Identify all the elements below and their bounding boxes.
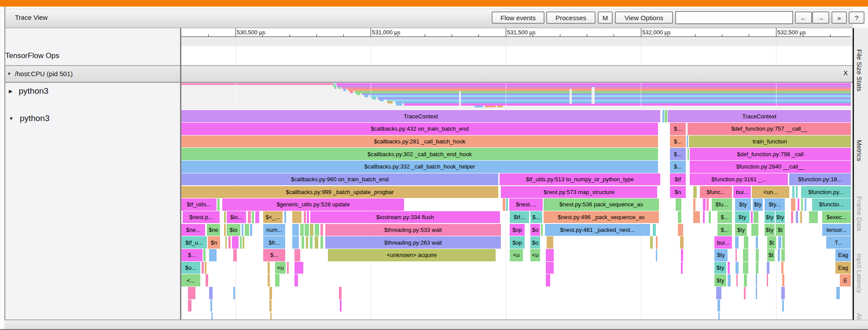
trace-event-sliver[interactable] (225, 236, 227, 249)
trace-event-sliver[interactable] (294, 274, 298, 286)
trace-event-sliver[interactable] (703, 198, 706, 211)
trace-event[interactable]: $op (510, 236, 525, 249)
trace-event[interactable]: $o (530, 224, 540, 236)
trace-event-sliver[interactable] (503, 198, 505, 211)
trace-event[interactable]: E (840, 274, 851, 286)
trace-event-sliver[interactable] (284, 211, 286, 224)
trace-event[interactable]: $def_function.py:798 _call (690, 148, 851, 160)
trace-event-sliver[interactable] (320, 236, 323, 249)
trace-event-sliver[interactable] (728, 262, 730, 274)
trace-event-sliver[interactable] (315, 236, 318, 249)
trace-event-sliver[interactable] (751, 211, 753, 224)
trace-event-sliver[interactable] (687, 136, 688, 148)
trace-event-sliver[interactable] (656, 161, 658, 173)
trace-event-sliver[interactable] (242, 224, 243, 236)
trace-event-sliver[interactable] (292, 236, 299, 249)
trace-event[interactable]: $tf (670, 173, 686, 186)
trace-event-sliver[interactable] (736, 249, 737, 261)
trace-event[interactable]: $nest.p... (183, 211, 220, 224)
trace-event-sliver[interactable] (292, 224, 299, 236)
trace-event-sliver[interactable] (656, 236, 658, 249)
trace-event[interactable]: $nest.... (509, 198, 543, 211)
sidebar-thread-python3-collapsed[interactable]: ▶python3 (9, 86, 48, 96)
trace-event-sliver[interactable] (801, 198, 803, 211)
trace-event[interactable]: $nest.py:496 _pack_sequence_as (544, 211, 659, 224)
trace-event-sliver[interactable] (756, 262, 758, 274)
trace-event[interactable]: T... (826, 236, 851, 249)
trace-event-sliver[interactable] (233, 249, 237, 261)
trace-event-sliver[interactable] (796, 211, 798, 224)
trace-event[interactable]: $ty... (765, 198, 785, 211)
trace-event-sliver[interactable] (676, 198, 681, 211)
trace-event-sliver[interactable] (275, 274, 280, 286)
trace-event-sliver[interactable] (706, 198, 709, 211)
trace-event-sliver[interactable] (506, 198, 508, 211)
trace-event-sliver[interactable] (269, 300, 272, 312)
rail-tab-metrics[interactable]: Metrics (856, 140, 863, 161)
nav-more-button[interactable]: » (831, 11, 847, 24)
trace-event-sliver[interactable] (294, 249, 300, 261)
search-input[interactable] (675, 11, 793, 24)
trace-event[interactable]: $func... (700, 186, 732, 198)
trace-event-sliver[interactable] (656, 173, 658, 186)
trace-event[interactable]: <un... (752, 186, 789, 198)
trace-event-sliver[interactable] (680, 236, 684, 249)
trace-event-sliver[interactable] (305, 224, 309, 236)
trace-event[interactable]: train_function (689, 136, 851, 148)
trace-event[interactable]: $... (670, 123, 686, 135)
trace-event-sliver[interactable] (735, 236, 739, 249)
sidebar-thread-python3-expanded[interactable]: ▼python3 (9, 114, 50, 123)
nav-forward-button[interactable]: → (812, 11, 829, 24)
trace-event-sliver[interactable] (304, 211, 306, 224)
trace-event-sliver[interactable] (188, 300, 191, 312)
trace-event[interactable]: $tf_utils.py:513 to_numpy_or_python_type (500, 173, 660, 186)
trace-event[interactable]: $ne (207, 224, 220, 236)
trace-event-sliver[interactable] (269, 287, 272, 299)
trace-event[interactable]: $fu... (712, 198, 732, 211)
trace-event-sliver[interactable] (703, 211, 705, 224)
rail-tab-file-size-stats[interactable]: File Size Stats (856, 49, 863, 92)
trace-event[interactable]: $ty (753, 198, 763, 211)
trace-event-sliver[interactable] (778, 249, 780, 261)
trace-event[interactable]: <u (530, 249, 540, 261)
trace-event[interactable]: bui... (733, 186, 751, 198)
trace-event[interactable]: $nest.py:461 _packed_nest... (545, 224, 650, 236)
trace-event-sliver[interactable] (300, 224, 304, 236)
trace-event-sliver[interactable] (678, 224, 683, 236)
trace-event[interactable]: $ty (735, 198, 751, 211)
trace-event-sliver[interactable] (681, 249, 683, 261)
trace-event-sliver[interactable] (693, 211, 700, 224)
trace-event-sliver[interactable] (709, 211, 711, 224)
trace-event-sliver[interactable] (294, 262, 303, 274)
trace-event[interactable]: Eag (835, 262, 851, 274)
trace-event[interactable]: tensor... (822, 224, 851, 236)
expanded-triangle-icon[interactable]: ▼ (9, 116, 14, 121)
trace-event[interactable]: bui... (714, 236, 732, 249)
trace-event-sliver[interactable] (744, 287, 746, 299)
trace-event-sliver[interactable] (796, 186, 798, 198)
trace-event-sliver[interactable] (203, 249, 206, 261)
trace-event[interactable]: $io... (227, 211, 246, 224)
help-button[interactable]: ? (849, 11, 864, 24)
trace-event-sliver[interactable] (206, 274, 208, 286)
toolbar-button-view-options[interactable]: View Options (615, 11, 673, 24)
trace-event[interactable]: $o (530, 236, 540, 249)
trace-event-sliver[interactable] (302, 236, 304, 249)
toolbar-button-m[interactable]: M (598, 11, 613, 24)
trace-event[interactable]: $t (767, 236, 776, 249)
close-device-button[interactable]: X (841, 69, 850, 77)
trace-event[interactable]: $callbacks.py:960 on_train_batch_end (181, 173, 498, 186)
trace-event-sliver[interactable] (798, 198, 799, 211)
trace-event-sliver[interactable] (805, 198, 806, 211)
trace-event-sliver[interactable] (547, 236, 553, 249)
trace-event-sliver[interactable] (228, 236, 231, 249)
trace-event-sliver[interactable] (307, 211, 309, 224)
trace-event[interactable]: <... (181, 274, 200, 286)
trace-event-sliver[interactable] (782, 300, 784, 312)
nav-back-button[interactable]: ← (795, 11, 812, 24)
trace-event[interactable]: $nest.py:573 map_structure (501, 186, 657, 198)
rail-tab-input-latency[interactable]: Input Latency (856, 253, 863, 293)
trace-event-sliver[interactable] (255, 211, 259, 224)
trace-event-sliver[interactable] (754, 211, 758, 224)
trace-event[interactable]: $iostream.py:334 flush (310, 211, 500, 224)
